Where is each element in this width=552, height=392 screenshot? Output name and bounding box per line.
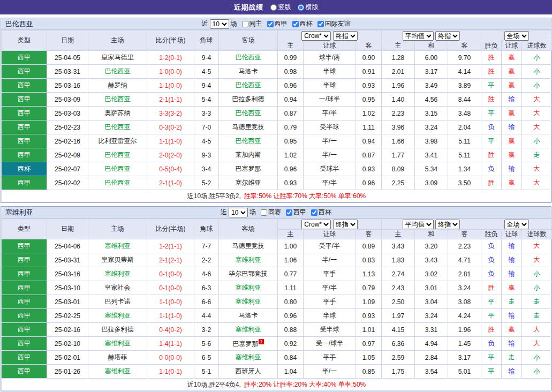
away-team[interactable]: 巴塞罗那1 — [219, 337, 278, 351]
home-team[interactable]: 赫罗纳 — [88, 79, 147, 93]
away-team[interactable]: 莱加内斯 — [219, 148, 278, 162]
away-team[interactable]: 巴伦西亚 — [219, 79, 278, 93]
home-team[interactable]: 巴伦西亚 — [88, 93, 147, 107]
home-team[interactable]: 皇家社会 — [88, 281, 147, 295]
average-odds-select[interactable]: 平均值 — [403, 220, 434, 229]
final-odds-select[interactable]: 终指 — [333, 31, 358, 41]
home-team[interactable]: 塞维利亚 — [88, 337, 147, 351]
match-count-select[interactable]: 10 — [210, 19, 229, 29]
away-team[interactable]: 巴伦西亚 — [219, 107, 278, 120]
filter-checkbox-input-0[interactable] — [242, 21, 248, 27]
home-team[interactable]: 比利亚雷亚尔 — [88, 134, 147, 148]
final-odds-select[interactable]: 终指 — [435, 220, 460, 229]
filter-checkbox-3[interactable]: 国际友谊 — [314, 19, 351, 28]
home-team[interactable]: 巴伦西亚 — [88, 148, 147, 162]
horizontal-radio[interactable] — [298, 4, 304, 11]
fulltime-select[interactable]: 全场 — [504, 31, 529, 41]
filter-checkbox-input-1[interactable] — [267, 21, 274, 27]
filter-checkbox-label: 西杯 — [319, 208, 331, 217]
match-count-select[interactable]: 10 — [229, 208, 248, 217]
average-odds-select[interactable]: 平均值 — [403, 31, 434, 41]
final-odds-select[interactable]: 终指 — [435, 31, 460, 41]
home-team[interactable]: 巴伦西亚 — [88, 176, 147, 190]
score-cell: 2-1(1-0) — [147, 176, 194, 190]
filter-checkbox-1[interactable]: 西甲 — [264, 19, 288, 28]
odds-home: 0.99 — [278, 51, 304, 65]
result-cell: 大 — [522, 120, 552, 134]
result-cell: 平 — [481, 134, 502, 148]
avg-home: 2.01 — [382, 65, 415, 79]
filter-checkbox-1[interactable]: 西甲 — [283, 208, 306, 217]
corners-cell: 9-4 — [194, 51, 219, 65]
filter-checkbox-0[interactable]: 同主 — [239, 19, 262, 28]
match-row: 西甲25-02-02巴伦西亚2-1(1-0)5-2塞尔维亚0.93平/半0.96… — [2, 176, 552, 190]
away-team[interactable]: 巴塞罗那 — [219, 162, 278, 176]
home-team[interactable]: 巴伦西亚 — [88, 120, 147, 134]
avg-draw: 6.00 — [415, 51, 448, 65]
away-team[interactable]: 塞尔维亚 — [219, 176, 278, 190]
filter-checkbox-input-1[interactable] — [286, 209, 292, 216]
date-cell: 25-02-25 — [47, 309, 88, 323]
league-cell: 西甲 — [2, 65, 47, 79]
match-row: 西甲25-02-25塞维利亚1-1(1-0)4-4马洛卡0.96半球0.931.… — [2, 309, 552, 323]
team-name: 巴伦西亚 — [5, 19, 33, 29]
result-cell: 输 — [502, 253, 522, 267]
filter-checkbox-2[interactable]: 西杯 — [289, 19, 313, 28]
home-team[interactable]: 奥萨苏纳 — [88, 107, 147, 120]
vertical-radio[interactable] — [270, 4, 277, 11]
home-team[interactable]: 巴列卡诺 — [88, 295, 147, 309]
home-team[interactable]: 巴伦西亚 — [88, 65, 147, 79]
away-team[interactable]: 塞维利亚 — [219, 323, 278, 337]
away-team[interactable]: 马德里竞技 — [219, 120, 278, 134]
avg-draw: 3.01 — [415, 281, 448, 295]
result-cell: 小 — [522, 79, 552, 93]
odds-company-select[interactable]: Crow* — [301, 220, 331, 229]
odds-handicap: 半/一 — [304, 253, 356, 267]
filter-checkbox-2[interactable]: 西杯 — [308, 208, 331, 217]
odds-handicap: 平/半 — [304, 107, 356, 120]
match-row: 西甲25-03-16赫罗纳1-1(0-0)9-4巴伦西亚0.96半球0.931.… — [2, 79, 552, 93]
away-team[interactable]: 巴拉多利德 — [219, 93, 278, 107]
home-team[interactable]: 塞维利亚 — [88, 309, 147, 323]
home-team[interactable]: 塞维利亚 — [88, 365, 147, 379]
fulltime-select[interactable]: 全场 — [504, 220, 529, 229]
avg-draw: 3.54 — [415, 365, 448, 379]
date-cell: 25-02-16 — [47, 323, 88, 337]
home-team[interactable]: 塞维利亚 — [88, 239, 147, 253]
away-team[interactable]: 塞维利亚 — [219, 253, 278, 267]
filter-checkbox-input-2[interactable] — [292, 21, 299, 27]
odds-company-select[interactable]: Crow* — [301, 31, 331, 41]
avg-home: 1.66 — [382, 134, 415, 148]
results-table: 类型日期主场比分(半场)角球客场Crow* 终指平均值 终指全场 主让球客主和客… — [1, 30, 552, 202]
league-cell: 西甲 — [2, 239, 47, 253]
top-bar: 近期战绩 竖版 横版 — [0, 0, 552, 14]
filter-checkbox-input-3[interactable] — [317, 21, 324, 27]
away-team[interactable]: 马洛卡 — [219, 65, 278, 79]
league-cell: 西甲 — [2, 323, 47, 337]
away-team[interactable]: 塞维利亚 — [219, 295, 278, 309]
table-header-row: 类型日期主场比分(半场)角球客场Crow* 终指平均值 终指全场 — [2, 31, 552, 41]
final-odds-select[interactable]: 终指 — [333, 220, 358, 229]
away-team[interactable]: 西班牙人 — [219, 365, 278, 379]
home-team[interactable]: 塞维利亚 — [88, 267, 147, 281]
away-team[interactable]: 塞维利亚 — [219, 351, 278, 365]
filter-checkbox-input-0[interactable] — [261, 209, 267, 216]
home-team[interactable]: 皇家贝蒂斯 — [88, 253, 147, 267]
away-team[interactable]: 巴伦西亚 — [219, 51, 278, 65]
result-cell: 胜 — [481, 323, 502, 337]
filter-checkbox-input-2[interactable] — [311, 209, 317, 216]
layout-option-horizontal[interactable]: 横版 — [298, 3, 319, 12]
league-cell: 西甲 — [2, 176, 47, 190]
match-row: 西杯25-02-07巴伦西亚0-5(0-4)3-4巴塞罗那0.96受球半0.93… — [2, 162, 552, 176]
away-team[interactable]: 马德里竞技 — [219, 239, 278, 253]
away-team[interactable]: 毕尔巴鄂竞技 — [219, 267, 278, 281]
away-team[interactable]: 塞维利亚 — [219, 281, 278, 295]
home-team[interactable]: 巴拉多利德 — [88, 323, 147, 337]
home-team[interactable]: 皇家马德里 — [88, 51, 147, 65]
away-team[interactable]: 巴伦西亚 — [219, 134, 278, 148]
filter-checkbox-0[interactable]: 同赛 — [258, 208, 281, 217]
away-team[interactable]: 马洛卡 — [219, 309, 278, 323]
home-team[interactable]: 赫塔菲 — [88, 351, 147, 365]
layout-option-vertical[interactable]: 竖版 — [270, 3, 291, 12]
home-team[interactable]: 巴伦西亚 — [88, 162, 147, 176]
